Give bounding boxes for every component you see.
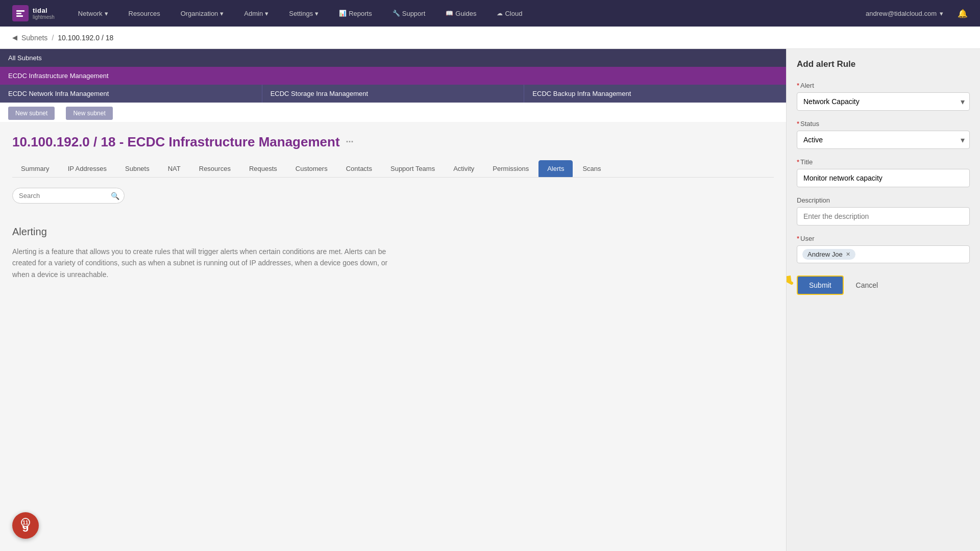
content-area: 10.100.192.0 / 18 - ECDC Infrastructure … [0,122,786,303]
subnet-title: 10.100.192.0 / 18 - ECDC Infrastructure … [12,134,774,150]
tab-customers[interactable]: Customers [287,160,336,177]
nav-reports[interactable]: 📊Reports [336,8,375,19]
alerting-section: Alerting Alerting is a feature that allo… [12,216,774,290]
breadcrumb: ◀ Subnets / 10.100.192.0 / 18 [0,27,980,49]
tab-subnets[interactable]: Subnets [116,160,158,177]
alerting-title: Alerting [12,226,774,238]
alert-select-wrapper: Network Capacity ▾ [797,92,970,111]
description-label: Description [797,196,970,204]
breadcrumb-separator: / [52,34,54,42]
cancel-button[interactable]: Cancel [850,277,885,294]
nav-network[interactable]: Network ▾ [75,8,111,19]
nav-guides[interactable]: 📖Guides [443,8,479,19]
add-alert-panel: Add alert Rule *Alert Network Capacity ▾… [786,49,980,551]
left-panel: All Subnets ECDC Infrastructure Manageme… [0,49,786,551]
tab-alerts[interactable]: Alerts [538,160,573,177]
status-field-group: *Status Active ▾ [797,120,970,149]
logo-icon [12,5,29,21]
tree-storage-infra[interactable]: ECDC Storage Inra Management [262,85,525,103]
tab-scans[interactable]: Scans [574,160,609,177]
tree-new-subnet-2[interactable]: New subnet [66,107,112,120]
description-field-group: Description [797,196,970,226]
tab-requests[interactable]: Requests [240,160,286,177]
tree-all-subnets[interactable]: All Subnets [0,49,786,67]
gravatar-bubble[interactable]: g 11 [12,512,39,539]
user-tag: Andrew Joe ✕ [802,249,855,260]
nav-organization[interactable]: Organization ▾ [178,8,227,19]
svg-marker-3 [786,276,792,283]
notification-bell[interactable]: 🔔 [958,9,968,18]
status-select-wrapper: Active ▾ [797,131,970,149]
subnet-tree: All Subnets ECDC Infrastructure Manageme… [0,49,786,122]
user-label: *User [797,235,970,242]
alert-select[interactable]: Network Capacity [797,92,970,111]
ellipsis-button[interactable]: ··· [346,137,354,147]
tree-row-3: New subnet New subnet [0,103,786,122]
title-input[interactable] [797,169,970,187]
tab-resources[interactable]: Resources [190,160,239,177]
svg-rect-0 [16,10,24,12]
description-input[interactable] [797,207,970,226]
search-bar: 🔍 [12,188,125,204]
submit-button[interactable]: Submit [797,276,844,295]
nav-support[interactable]: 🔧Support [389,8,429,19]
tab-bar: Summary IP Addresses Subnets NAT Resourc… [12,160,774,178]
nav-cloud[interactable]: ☁Cloud [494,8,525,19]
title-label: *Title [797,158,970,166]
tab-permissions[interactable]: Permissions [484,160,537,177]
tree-row-2: ECDC Network Infra Management ECDC Stora… [0,85,786,103]
svg-rect-2 [16,15,23,17]
status-label: *Status [797,120,970,128]
user-tag-input[interactable]: Andrew Joe ✕ [797,245,970,263]
logo-text: tidal lightmesh [33,7,55,20]
tree-new-subnet-1[interactable]: New subnet [8,107,55,120]
user-field-group: *User Andrew Joe ✕ [797,235,970,263]
breadcrumb-current: 10.100.192.0 / 18 [58,34,113,42]
topnav: tidal lightmesh Network ▾ Resources Orga… [0,0,980,27]
alert-field-group: *Alert Network Capacity ▾ [797,82,970,111]
search-input[interactable] [12,188,125,204]
nav-resources[interactable]: Resources [126,8,163,19]
gravatar-inner: g 11 [22,519,29,532]
tree-backup-infra[interactable]: ECDC Backup Infra Management [524,85,786,103]
tab-ip-addresses[interactable]: IP Addresses [59,160,115,177]
nav-settings[interactable]: Settings ▾ [286,8,322,19]
tree-network-infra[interactable]: ECDC Network Infra Management [0,85,262,103]
status-select[interactable]: Active [797,131,970,149]
app-logo[interactable]: tidal lightmesh [12,5,55,21]
search-icon: 🔍 [111,192,119,200]
title-field-group: *Title [797,158,970,187]
alert-label: *Alert [797,82,970,89]
tab-contacts[interactable]: Contacts [337,160,381,177]
tab-summary[interactable]: Summary [12,160,58,177]
nav-user-menu[interactable]: andrew@tidalcloud.com ▾ [866,10,943,17]
tab-nat[interactable]: NAT [159,160,189,177]
notification-badge: 11 [21,518,30,527]
nav-admin[interactable]: Admin ▾ [241,8,272,19]
tab-support-teams[interactable]: Support Teams [382,160,444,177]
alerting-description: Alerting is a feature that allows you to… [12,246,400,280]
tab-activity[interactable]: Activity [445,160,483,177]
form-actions: Submit Cancel [797,276,970,295]
tree-ecdc-infra[interactable]: ECDC Infrastructure Management [0,67,786,85]
breadcrumb-subnets[interactable]: Subnets [21,34,47,42]
svg-rect-1 [16,13,21,14]
panel-title: Add alert Rule [797,59,970,69]
user-tag-remove[interactable]: ✕ [846,251,850,258]
